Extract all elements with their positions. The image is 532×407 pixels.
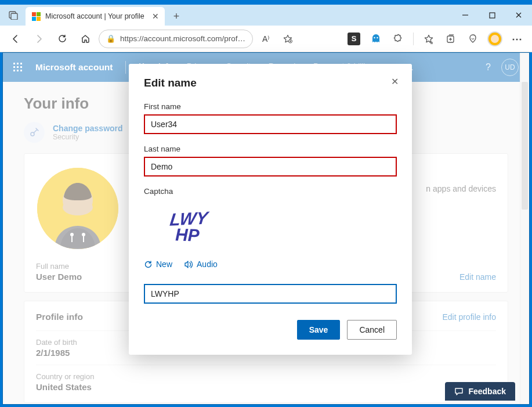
url-text: https://account.microsoft.com/prof…	[120, 34, 245, 43]
last-name-label: Last name	[144, 145, 397, 153]
favorites-add-button[interactable]	[278, 30, 297, 48]
svg-rect-3	[490, 13, 495, 18]
chat-icon	[454, 387, 464, 396]
svg-point-9	[374, 37, 375, 38]
feedback-button[interactable]: Feedback	[445, 382, 515, 401]
lock-icon: 🔒	[106, 34, 115, 43]
browser-toolbar: 🔒 https://account.microsoft.com/prof… A⁾…	[0, 26, 532, 52]
extensions-button[interactable]	[389, 30, 407, 48]
tab-close-icon[interactable]: ✕	[152, 12, 159, 21]
browser-menu-button[interactable]: ⋯	[508, 30, 526, 48]
captcha-new-label: New	[156, 260, 172, 269]
browser-tab-strip: Microsoft account | Your profile ✕ +	[0, 5, 532, 26]
refresh-icon	[144, 260, 153, 269]
window-minimize-button[interactable]	[452, 5, 479, 26]
modal-title: Edit name	[144, 77, 397, 89]
tab-actions-icon[interactable]	[3, 7, 23, 23]
toolbar-divider	[413, 33, 414, 45]
cancel-button[interactable]: Cancel	[347, 320, 397, 340]
svg-rect-1	[11, 13, 17, 20]
nav-home-button[interactable]	[75, 29, 95, 49]
audio-icon	[184, 260, 193, 269]
tab-title: Microsoft account | Your profile	[45, 12, 144, 20]
nav-refresh-button[interactable]	[52, 29, 72, 49]
browser-essentials-button[interactable]	[464, 30, 482, 48]
window-close-button[interactable]	[505, 5, 532, 26]
nav-back-button[interactable]	[6, 29, 26, 49]
ext-ghost-button[interactable]	[367, 30, 385, 48]
modal-close-button[interactable]: ✕	[388, 74, 401, 88]
first-name-label: First name	[144, 102, 397, 111]
first-name-input[interactable]	[144, 114, 397, 134]
url-bar[interactable]: 🔒 https://account.microsoft.com/prof…	[99, 30, 253, 48]
window-maximize-button[interactable]	[479, 5, 505, 26]
last-name-input[interactable]	[144, 157, 397, 177]
favorites-list-button[interactable]	[419, 30, 438, 48]
save-button[interactable]: Save	[297, 320, 341, 340]
svg-point-10	[377, 37, 378, 38]
captcha-audio-label: Audio	[197, 260, 218, 269]
captcha-audio-button[interactable]: Audio	[184, 260, 218, 269]
collections-button[interactable]	[441, 30, 460, 48]
captcha-new-button[interactable]: New	[144, 260, 172, 269]
captcha-image: LWY HP	[140, 199, 237, 255]
browser-tab-active[interactable]: Microsoft account | Your profile ✕	[26, 7, 165, 26]
edit-name-modal: ✕ Edit name First name Last name Captcha…	[129, 64, 412, 355]
ext-s-button[interactable]: S	[345, 30, 363, 48]
feedback-label: Feedback	[468, 387, 506, 396]
profile-avatar-button[interactable]	[486, 30, 504, 48]
captcha-label: Captcha	[144, 187, 397, 196]
captcha-input[interactable]	[144, 284, 397, 304]
nav-forward-button[interactable]	[29, 29, 49, 49]
new-tab-button[interactable]: +	[168, 8, 184, 24]
reader-mode-button[interactable]: A⁾	[256, 30, 275, 48]
ms-favicon-icon	[31, 12, 41, 21]
